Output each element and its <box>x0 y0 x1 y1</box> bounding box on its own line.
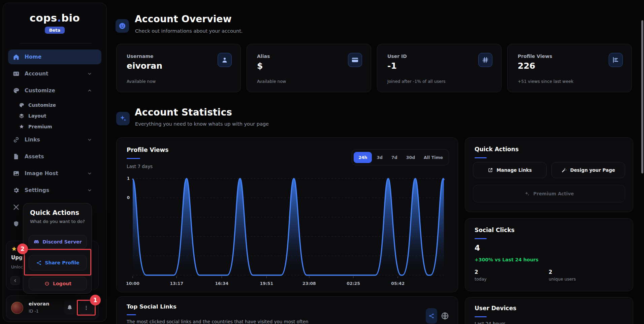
svg-text:16:34: 16:34 <box>215 281 228 286</box>
card-value: -1 <box>387 61 397 71</box>
top-social-links-panel: Top Social Links The most clicked social… <box>116 296 458 324</box>
overview-card-username: UsernameeivoranAvailable now <box>116 44 241 92</box>
smiley-icon <box>118 22 126 30</box>
sidebar-item-label: Account <box>25 71 49 77</box>
sidebar-item-premium[interactable]: Premium <box>8 122 101 132</box>
sidebar-item-label: Layout <box>28 113 46 119</box>
sidebar-item-settings[interactable]: Settings <box>8 183 101 198</box>
account-overview-icon <box>116 19 129 33</box>
globe-toggle-button[interactable] <box>441 312 449 320</box>
avatar <box>11 302 23 314</box>
time-range-tabs: 24h3d7d30dAll Time <box>352 149 449 165</box>
chevron-down-icon <box>87 71 92 76</box>
sparkles-icon <box>524 191 530 197</box>
credit-card-icon <box>351 56 359 64</box>
notifications-button[interactable] <box>64 300 75 315</box>
star-icon <box>19 124 24 129</box>
premium-active-button[interactable]: Premium Active <box>473 185 625 202</box>
sidebar-item-assets[interactable]: Assets <box>8 149 101 164</box>
collapse-sidebar-button[interactable] <box>10 276 20 285</box>
upgrade-title-clipped: Upg <box>11 255 23 261</box>
svg-text:23:08: 23:08 <box>302 281 316 286</box>
tab-7d[interactable]: 7d <box>387 152 401 163</box>
sidebar-item-links[interactable]: Links <box>8 132 101 147</box>
button-label: Logout <box>53 281 71 286</box>
sidebar-item-label: Customize <box>28 102 56 108</box>
upgrade-subtitle-clipped: Unlocl <box>11 264 24 269</box>
card-label: Username <box>127 54 154 59</box>
logout-button[interactable]: Logout <box>29 277 87 290</box>
sidebar-item-customize[interactable]: Customize <box>8 83 101 98</box>
sidebar-item-layout[interactable]: Layout <box>8 111 101 121</box>
manage-links-button[interactable]: Manage Links <box>473 162 547 178</box>
quick-actions-buttons: Manage LinksDesign your Page <box>473 162 625 178</box>
social-clicks-value: 4 <box>475 244 480 252</box>
annotation-badge-2: 2 <box>17 244 28 254</box>
file-icon <box>13 153 20 160</box>
button-label: Manage Links <box>496 167 532 173</box>
annotation-box-2 <box>24 249 91 276</box>
tab-24h[interactable]: 24h <box>354 152 372 163</box>
share-toggle-button[interactable] <box>426 308 437 324</box>
palette-icon <box>19 102 24 108</box>
scrollbar-thumb[interactable] <box>641 20 643 173</box>
svg-text:02:25: 02:25 <box>347 281 360 286</box>
gear-icon <box>13 187 20 194</box>
app-root: cops.bio Beta HomeAccountCustomizeCustom… <box>0 0 644 324</box>
user-devices-panel: User Devices Last 24 hours <box>465 297 633 324</box>
card-subtext: Available now <box>257 79 286 84</box>
share-icon <box>428 313 434 319</box>
sidebar-item-label: Settings <box>25 187 49 193</box>
social-clicks-trend: +300% vs Last 24 hours <box>475 257 539 262</box>
external-link-icon <box>488 167 493 173</box>
overview-card-profile-views: Profile Views226+51 views since last wee… <box>507 44 632 92</box>
title-underline <box>127 158 140 159</box>
account-statistics-subtitle: Everything you need to know whats up wit… <box>135 121 269 127</box>
chevron-left-icon <box>13 278 18 283</box>
card-label: Profile Views <box>518 54 552 59</box>
sidebar-item-account[interactable]: Account <box>8 66 101 81</box>
quick-actions-title: Quick Actions <box>475 146 519 153</box>
sidebar-item-customize-sub[interactable]: Customize <box>8 100 101 110</box>
button-label: Discord Server <box>42 239 82 245</box>
sidebar-item-label: Links <box>25 137 40 143</box>
overview-cards: UsernameeivoranAvailable nowAlias$Availa… <box>116 44 632 92</box>
card-value: eivoran <box>127 61 162 71</box>
discord-server-button[interactable]: Discord Server <box>29 235 87 249</box>
card-icon-box <box>348 53 362 67</box>
profile-views-title: Profile Views <box>127 147 168 153</box>
sparkles-icon <box>119 115 127 123</box>
chevron-down-icon <box>87 188 92 193</box>
card-icon-box <box>218 53 232 67</box>
title-underline <box>475 238 487 239</box>
sidebar-item-label: Premium <box>28 124 52 129</box>
sidebar-divider <box>20 43 92 43</box>
sidebar-item-image-host[interactable]: Image Host <box>8 166 101 181</box>
card-label: User ID <box>387 54 407 59</box>
sidebar-item-home[interactable]: Home <box>8 50 101 64</box>
card-subtext: Joined after -1% of all users <box>387 79 446 84</box>
bell-icon <box>67 304 73 311</box>
tab-3d[interactable]: 3d <box>373 152 387 163</box>
svg-text:1: 1 <box>127 176 130 181</box>
discord-icon <box>34 239 39 245</box>
tab-all-time[interactable]: All Time <box>420 152 447 163</box>
card-subtext: +51 views since last week <box>518 79 573 84</box>
card-value: 226 <box>518 61 535 71</box>
account-overview-subtitle: Check out informations about your accoun… <box>135 28 243 34</box>
social-clicks-title: Social Clicks <box>475 227 515 233</box>
profile-views-range: Last 7 days <box>127 164 153 169</box>
tools-icon <box>13 204 20 210</box>
account-statistics-title: Account Statistics <box>135 107 232 118</box>
app-logo: cops.bio <box>3 12 106 24</box>
tab-30d[interactable]: 30d <box>402 152 419 163</box>
title-underline <box>475 157 487 158</box>
user-devices-title: User Devices <box>475 305 516 312</box>
layers-icon <box>19 113 24 119</box>
account-statistics-icon <box>116 112 130 125</box>
chevron-down-icon <box>87 171 92 176</box>
card-icon-box <box>609 53 623 67</box>
substat-label: today <box>475 277 549 282</box>
design-your-page-button[interactable]: Design your Page <box>551 162 625 178</box>
popup-title: Quick Actions <box>30 209 79 216</box>
